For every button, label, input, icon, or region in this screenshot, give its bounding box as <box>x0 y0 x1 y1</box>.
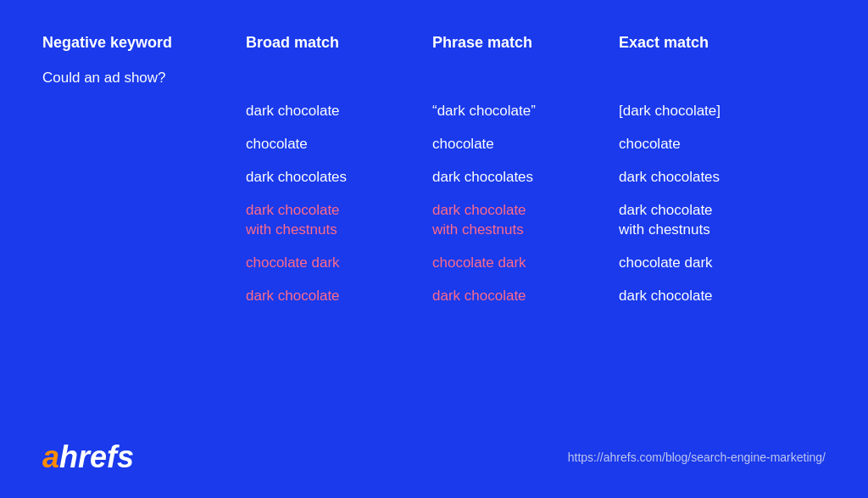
main-container: Negative keyword Broad match Phrase matc… <box>0 0 868 498</box>
row4-exact: dark chocolatewith chestnuts <box>619 201 805 254</box>
row4-phrase: dark chocolatewith chestnuts <box>432 201 619 254</box>
row2-neg: — <box>42 135 246 168</box>
row5-broad: chocolate dark <box>246 254 432 287</box>
row4-broad: dark chocolatewith chestnuts <box>246 201 432 254</box>
subheader-phrase: — <box>432 69 619 102</box>
row3-neg: — <box>42 168 246 201</box>
row4-neg: — <box>42 201 246 254</box>
row1-broad: dark chocolate <box>246 102 432 135</box>
header-exact-match: Exact match <box>619 34 805 69</box>
row1-exact: [dark chocolate] <box>619 102 805 135</box>
row5-neg: — <box>42 254 246 287</box>
header-phrase-match: Phrase match <box>432 34 619 69</box>
subheader-broad: — <box>246 69 432 102</box>
row2-phrase: chocolate <box>432 135 619 168</box>
logo-a: a <box>42 442 59 473</box>
row6-neg: — <box>42 287 246 320</box>
header-negative-keyword: Negative keyword <box>42 34 246 69</box>
row3-broad: dark chocolates <box>246 168 432 201</box>
header-broad-match: Broad match <box>246 34 432 69</box>
row6-broad: dark chocolate <box>246 287 432 320</box>
footer-url: https://ahrefs.com/blog/search-engine-ma… <box>568 450 826 464</box>
row6-phrase: dark chocolate <box>432 287 619 320</box>
logo-hrefs: hrefs <box>59 442 134 473</box>
row6-exact: dark chocolate <box>619 287 805 320</box>
table-section: Negative keyword Broad match Phrase matc… <box>42 34 826 434</box>
row3-phrase: dark chocolates <box>432 168 619 201</box>
row3-exact: dark chocolates <box>619 168 805 201</box>
subheader-exact: — <box>619 69 805 102</box>
footer: a hrefs https://ahrefs.com/blog/search-e… <box>42 434 826 473</box>
row2-exact: chocolate <box>619 135 805 168</box>
table-grid: Negative keyword Broad match Phrase matc… <box>42 34 826 320</box>
row2-broad: chocolate <box>246 135 432 168</box>
row1-phrase: “dark chocolate” <box>432 102 619 135</box>
subheader-negative: Could an ad show? <box>42 69 246 102</box>
row5-exact: chocolate dark <box>619 254 805 287</box>
row5-phrase: chocolate dark <box>432 254 619 287</box>
row1-neg: — <box>42 102 246 135</box>
ahrefs-logo: a hrefs <box>42 442 134 473</box>
